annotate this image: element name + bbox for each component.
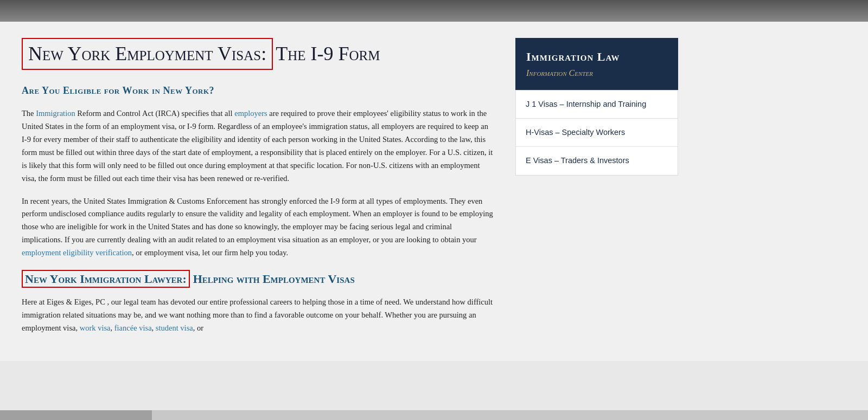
fiance-visa-link[interactable]: fiancée visa <box>114 324 152 332</box>
sidebar-link-e-visas[interactable]: E Visas – Traders & Investors <box>516 147 678 175</box>
paragraph-1: The Immigration Reform and Control Act (… <box>22 107 494 185</box>
paragraph-2: In recent years, the United States Immig… <box>22 195 494 260</box>
eligibility-verification-link[interactable]: employment eligibility verification <box>22 248 132 257</box>
main-content: New York Employment Visas:The I-9 Form A… <box>22 38 494 345</box>
top-bar <box>0 0 868 22</box>
student-visa-link[interactable]: student visa <box>156 324 193 332</box>
paragraph-3: Here at Eiges & Eiges, PC , our legal te… <box>22 296 494 335</box>
sidebar: Immigration Law Information Center J 1 V… <box>515 38 678 176</box>
employers-link[interactable]: employers <box>234 109 267 118</box>
title-row: New York Employment Visas:The I-9 Form <box>22 38 494 75</box>
sidebar-header-title: Immigration Law <box>526 50 667 64</box>
immigration-link[interactable]: Immigration <box>36 109 75 118</box>
section-2-heading: New York Immigration Lawyer:Helping with… <box>22 269 494 288</box>
page-wrapper: New York Employment Visas:The I-9 Form A… <box>0 22 868 361</box>
sidebar-header: Immigration Law Information Center <box>515 38 678 90</box>
work-visa-link[interactable]: work visa <box>80 324 111 332</box>
sidebar-link-j1-visas[interactable]: J 1 Visas – Internship and Training <box>516 91 678 119</box>
sidebar-header-subtitle: Information Center <box>526 66 667 80</box>
sidebar-link-h-visas[interactable]: H-Visas – Specialty Workers <box>516 119 678 147</box>
content-layout: New York Employment Visas:The I-9 Form A… <box>22 38 846 345</box>
section-2-heading-rest: Helping with Employment Visas <box>193 272 355 286</box>
page-subtitle: Are You Eligible for Work in New York? <box>22 83 494 99</box>
main-title-rest: The I-9 Form <box>276 43 380 64</box>
sidebar-links: J 1 Visas – Internship and Training H-Vi… <box>515 90 678 176</box>
section-2-heading-boxed: New York Immigration Lawyer: <box>22 270 190 288</box>
main-title-boxed: New York Employment Visas: <box>22 38 273 70</box>
